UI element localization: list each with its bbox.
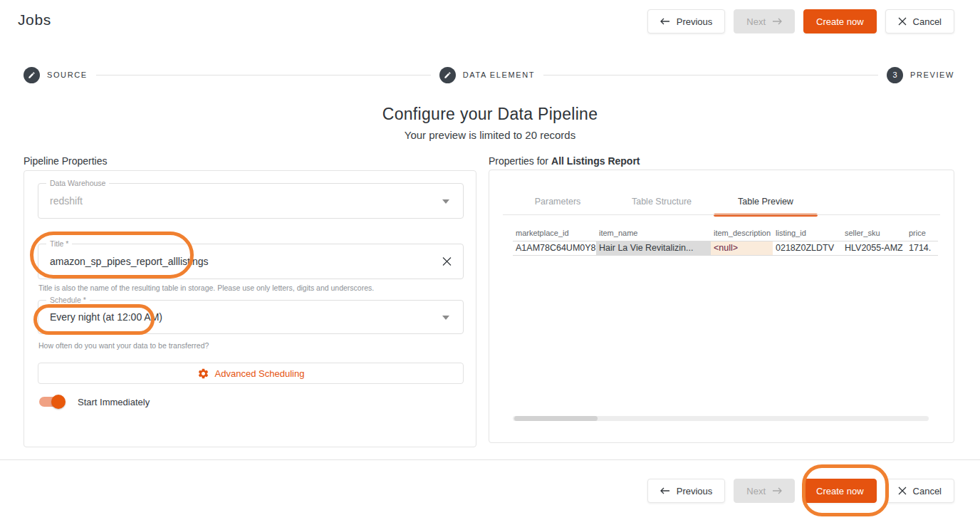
footer-divider (0, 459, 980, 460)
arrow-right-icon (772, 487, 782, 494)
properties-panel-card: Parameters Table Structure Table Preview… (489, 170, 954, 443)
create-now-button[interactable]: Create now (803, 9, 876, 33)
tab-parameters-label: Parameters (535, 197, 581, 207)
cell-seller-sku[interactable]: HLV2055-AMZ (842, 241, 906, 256)
chevron-down-icon (442, 316, 449, 320)
gear-icon (197, 368, 209, 380)
column-header: seller_sku (842, 227, 906, 241)
previous-button[interactable]: Previous (647, 9, 726, 33)
start-immediately-row: Start Immediately (39, 395, 150, 409)
close-icon (898, 487, 907, 495)
pencil-icon (444, 71, 452, 79)
heading-subtitle: Your preview is limited to 20 records (0, 129, 980, 141)
table-preview: marketplace_id item_name item_descriptio… (513, 227, 938, 256)
report-name: All Listings Report (551, 155, 640, 167)
horizontal-scrollbar-thumb[interactable] (514, 416, 598, 421)
cell-item-description[interactable]: <null> (711, 241, 773, 256)
stepper-connector (543, 75, 878, 76)
step-preview-label: PREVIEW (910, 71, 954, 79)
step-data-element[interactable]: DATA ELEMENT (439, 67, 535, 83)
step-preview-number: 3 (893, 71, 897, 79)
advanced-scheduling-button[interactable]: Advanced Scheduling (38, 363, 464, 384)
step-preview-circle: 3 (887, 67, 903, 83)
cell-item-name[interactable]: Hair La Vie Revitalizin... (596, 241, 711, 256)
step-source-label: SOURCE (47, 71, 88, 79)
column-header: item_name (596, 227, 711, 241)
next-button[interactable]: Next (734, 479, 795, 503)
schedule-label: Schedule * (46, 296, 90, 304)
schedule-helper-text: How often do you want your data to be tr… (38, 341, 209, 350)
cell-marketplace-id[interactable]: A1AM78C64UM0Y8 (513, 241, 596, 256)
arrow-left-icon (660, 18, 670, 25)
table-row: A1AM78C64UM0Y8 Hair La Vie Revitalizin..… (513, 241, 938, 256)
bottom-action-bar: Previous Next Create now Cancel (647, 479, 954, 503)
cancel-button[interactable]: Cancel (885, 479, 954, 503)
pencil-icon (28, 71, 36, 79)
previous-button[interactable]: Previous (647, 479, 726, 503)
step-data-element-label: DATA ELEMENT (463, 71, 535, 79)
column-header: marketplace_id (513, 227, 596, 241)
cancel-button-label: Cancel (913, 486, 942, 496)
toggle-knob (51, 395, 66, 409)
column-header: item_description (711, 227, 773, 241)
clear-title-icon[interactable] (442, 256, 452, 267)
jobs-wizard-page: Jobs Previous Next Create now Cancel (0, 0, 980, 520)
properties-tabs: Parameters Table Structure Table Preview (506, 189, 818, 214)
previous-button-label: Previous (677, 486, 713, 496)
title-field: Title * (38, 244, 464, 279)
create-now-button-label: Create now (816, 16, 863, 27)
schedule-select[interactable]: Schedule * Every night (at 12:00 AM) (38, 300, 464, 334)
pipeline-properties-card: Data Warehouse redshift Title * Title is… (24, 170, 476, 447)
column-header: price (906, 227, 938, 241)
start-immediately-toggle[interactable] (39, 397, 63, 407)
tab-table-structure[interactable]: Table Structure (610, 189, 714, 214)
title-input[interactable] (50, 244, 442, 279)
schedule-value: Every night (at 12:00 AM) (50, 311, 162, 323)
close-icon (898, 17, 907, 26)
next-button[interactable]: Next (734, 9, 795, 33)
previous-button-label: Previous (677, 16, 713, 27)
tab-parameters[interactable]: Parameters (506, 189, 610, 214)
pipeline-properties-title: Pipeline Properties (24, 155, 108, 167)
create-now-button[interactable]: Create now (803, 479, 876, 503)
wizard-stepper: SOURCE DATA ELEMENT 3 PREVIEW (24, 66, 954, 83)
cancel-button[interactable]: Cancel (885, 9, 954, 33)
top-action-bar: Previous Next Create now Cancel (647, 9, 954, 33)
data-warehouse-label: Data Warehouse (46, 179, 109, 187)
step-source-circle (24, 67, 40, 83)
arrow-left-icon (660, 487, 670, 494)
tab-table-preview[interactable]: Table Preview (714, 189, 818, 214)
table-header-row: marketplace_id item_name item_descriptio… (513, 227, 938, 241)
arrow-right-icon (772, 18, 782, 25)
data-warehouse-value: redshift (50, 195, 83, 207)
step-source[interactable]: SOURCE (24, 67, 88, 83)
stepper-connector (96, 75, 431, 76)
properties-for-text: Properties for (489, 155, 548, 167)
cancel-button-label: Cancel (913, 16, 942, 27)
page-title: Jobs (18, 11, 51, 28)
start-immediately-label: Start Immediately (78, 397, 150, 407)
create-now-button-label: Create now (816, 486, 863, 496)
title-helper-text: Title is also the name of the resulting … (38, 284, 374, 292)
cell-listing-id[interactable]: 0218Z0ZLDTV (773, 241, 842, 256)
cell-price[interactable]: 1714. (906, 241, 938, 256)
heading-title: Configure your Data Pipeline (0, 105, 980, 124)
tab-table-structure-label: Table Structure (632, 197, 692, 207)
step-data-element-circle (439, 67, 456, 83)
page-heading: Configure your Data Pipeline Your previe… (0, 105, 980, 141)
chevron-down-icon (442, 199, 449, 204)
column-header: listing_id (773, 227, 842, 241)
step-preview[interactable]: 3 PREVIEW (887, 67, 954, 83)
next-button-label: Next (746, 16, 766, 27)
data-warehouse-select[interactable]: Data Warehouse redshift (38, 183, 464, 219)
tab-table-preview-label: Table Preview (738, 197, 793, 207)
advanced-scheduling-label: Advanced Scheduling (215, 368, 305, 379)
tabs-divider (503, 214, 940, 215)
next-button-label: Next (746, 486, 766, 496)
properties-panel-title: Properties forAll Listings Report (489, 155, 640, 167)
horizontal-scrollbar-track[interactable] (513, 416, 929, 421)
